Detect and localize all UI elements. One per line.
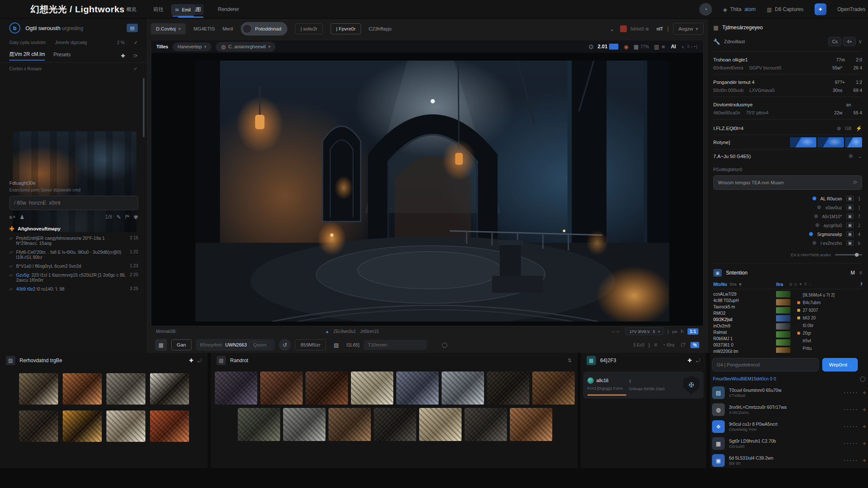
menu-item[interactable]: 前往	[151, 4, 166, 15]
material-thumb[interactable]	[776, 323, 790, 330]
mask-input[interactable]: T10nrnm:	[364, 340, 427, 350]
check-icon[interactable]: ✓	[134, 40, 138, 45]
asset-list-item[interactable]: ▱ 40ti9 t9z2 l0 ru140: 'l. 98 3 25	[9, 286, 138, 291]
texture-swatch[interactable]	[19, 410, 58, 442]
marketplace-item[interactable]: ▣ 6d 5L531lul4 C39.2wn 50r 00 ····· ✧	[712, 452, 866, 468]
skip-icon[interactable]: ‖‹	[681, 329, 684, 334]
brush-icon[interactable]: ✾	[134, 214, 138, 220]
material-thumb[interactable]	[776, 307, 790, 313]
coords-box[interactable]: 17V 3/V0:V5▾	[625, 327, 664, 335]
mode-thumb-3[interactable]	[845, 137, 862, 147]
trades-button[interactable]: OpenTrades	[837, 6, 865, 12]
outliner-row[interactable]: R0b5MJ 1	[713, 336, 776, 342]
marketplace-search-input[interactable]	[712, 358, 819, 372]
texture-swatch[interactable]	[150, 410, 189, 442]
texture-swatch[interactable]	[328, 408, 371, 441]
asset-list-item[interactable]: ▱ Ffyt6-Ce0'20trr. . fa6 E lv-t90u. 9l0u…	[9, 250, 138, 260]
material-thumb[interactable]	[776, 299, 790, 305]
session-refresh-icon[interactable]: ⤾	[696, 358, 700, 363]
export-button[interactable]: | Fpvre0r	[331, 23, 361, 34]
texture-swatch[interactable]	[150, 373, 189, 405]
gb-toggle-dot[interactable]	[837, 127, 841, 130]
eco-label[interactable]: 5 Ec0	[633, 343, 644, 347]
texture-swatch[interactable]	[396, 372, 439, 405]
channel-row[interactable]: l ex2nccho ▣ b	[713, 238, 862, 247]
tree-item[interactable]: tr5vt	[797, 337, 862, 344]
asset-list-item[interactable]: ▱ Prtytd1ntrljER caegyhéncwuncrw 20°F-19…	[9, 236, 138, 246]
user-avatar[interactable]: ◔	[699, 3, 712, 16]
warning-triangle-icon[interactable]: ▲	[325, 329, 329, 334]
outliner-row[interactable]: inOv2m9	[713, 323, 776, 329]
channel-row[interactable]: Srgmsnssép ▣ 4	[713, 230, 862, 238]
mode-thumb-1[interactable]	[790, 137, 816, 147]
flag-icon[interactable]: ⛿	[125, 214, 129, 220]
texture-swatch[interactable]	[106, 373, 145, 405]
workspace-link[interactable]: atom	[744, 6, 756, 12]
captures-button[interactable]: ▥ D6 Captures	[767, 6, 804, 13]
mesh-button[interactable]: Meril	[223, 26, 233, 31]
film-icon[interactable]: ▥	[654, 44, 659, 50]
cs-button[interactable]: Cs	[828, 37, 841, 46]
sphere-icon[interactable]: ◉	[623, 44, 628, 50]
models-button[interactable]: MG4ETIS	[193, 26, 214, 31]
workspace-switcher[interactable]: ◈ Thita atom	[723, 6, 756, 13]
texture-swatch[interactable]	[419, 408, 462, 441]
layer-dropdown-2[interactable]: ◍C. aoiannrgheewil▾	[216, 42, 275, 52]
pen-icon[interactable]: ✎	[117, 214, 121, 220]
filter-input[interactable]	[9, 196, 138, 210]
marketplace-item[interactable]: ◍ 3nx9rL×Cmrtzzu0r 60Tr17wa 4 t3CZurnc ·…	[712, 401, 866, 418]
channel-dot[interactable]	[809, 232, 813, 236]
channel-dot[interactable]	[815, 223, 819, 227]
mail-tab[interactable]: ✉ Emil	[171, 4, 195, 15]
tab-library-active[interactable]: 昆Vm 2R cM.lm	[9, 51, 45, 61]
left-scrollbar[interactable]	[143, 78, 145, 137]
viewport-canvas[interactable]	[151, 53, 703, 326]
chevron-down-icon[interactable]: ∨	[858, 39, 862, 44]
person-icon[interactable]: ♟	[19, 214, 25, 220]
menu-item[interactable]: Renderer	[215, 5, 242, 14]
texture-swatch[interactable]	[442, 372, 484, 405]
col-caret-icon[interactable]: ▾	[739, 281, 742, 287]
texture-swatch[interactable]	[487, 372, 529, 405]
panel-toggle-icon[interactable]: ▦	[155, 339, 167, 351]
zoom-highlight[interactable]	[609, 44, 618, 50]
texture-swatch[interactable]	[532, 372, 575, 405]
mode-toggle[interactable]: Potoddnnad	[241, 22, 287, 36]
channel-row[interactable]: x0av0uz ▣ ]	[713, 203, 862, 212]
collection-check-icon[interactable]: ✓	[134, 66, 138, 72]
tree-item[interactable]: B4c7ubm	[797, 299, 862, 306]
m-button[interactable]: M	[851, 270, 855, 276]
stamp-icon[interactable]: ▨	[330, 339, 342, 351]
ratio-mode-button[interactable]: 4+	[843, 37, 856, 46]
percent-button[interactable]: %	[690, 342, 699, 348]
refresh-small-icon[interactable]: ⟳	[853, 180, 857, 186]
initial-button[interactable]: | sotiv2r	[295, 23, 323, 34]
meta-tab-2[interactable]: Jmonfv dgzcwtg	[55, 40, 87, 45]
output-field[interactable]: Wnsom temgas TEA non Muam ⟳	[713, 175, 862, 190]
outliner-row[interactable]: RMO2	[713, 310, 776, 316]
texture-swatch[interactable]	[510, 408, 552, 441]
ionz-label[interactable]: ~ I0nz	[663, 343, 675, 347]
pw-label[interactable]: pw	[672, 329, 677, 334]
align-icon[interactable]: ≡	[654, 342, 657, 348]
texture-swatch[interactable]	[306, 372, 348, 405]
tree-item[interactable]: 27 9207	[797, 306, 862, 314]
chevron-left-icon[interactable]: ‹	[682, 44, 684, 50]
material-thumb[interactable]	[776, 331, 790, 338]
col-name[interactable]: MtoNo	[713, 282, 727, 287]
link-circle-icon[interactable]: ◯	[860, 376, 865, 382]
channel-dot[interactable]	[814, 214, 818, 218]
spark-icon[interactable]: ✧	[862, 424, 866, 430]
undo-icon[interactable]: ↺	[279, 339, 291, 351]
workspace-logo-icon[interactable]: b	[9, 22, 20, 33]
confirm-icon[interactable]: ⌄	[610, 26, 615, 32]
channel-row[interactable]: aycgr0u0 ▣ 2	[713, 221, 862, 230]
ratio-button[interactable]: 1:1	[687, 328, 698, 335]
spark-icon[interactable]: ✧	[862, 458, 866, 463]
session-add-icon[interactable]: ✚	[687, 358, 692, 363]
add-asset-header[interactable]: ✚ Añghnoveuftmapy	[9, 225, 138, 232]
gan-button[interactable]: Gan	[171, 339, 192, 350]
layer-dropdown-1[interactable]: Hanevertep▾	[172, 42, 211, 51]
spark-icon[interactable]: ✧	[862, 390, 866, 396]
channel-row[interactable]: AL R0ucxn ▣ 1	[713, 194, 862, 203]
